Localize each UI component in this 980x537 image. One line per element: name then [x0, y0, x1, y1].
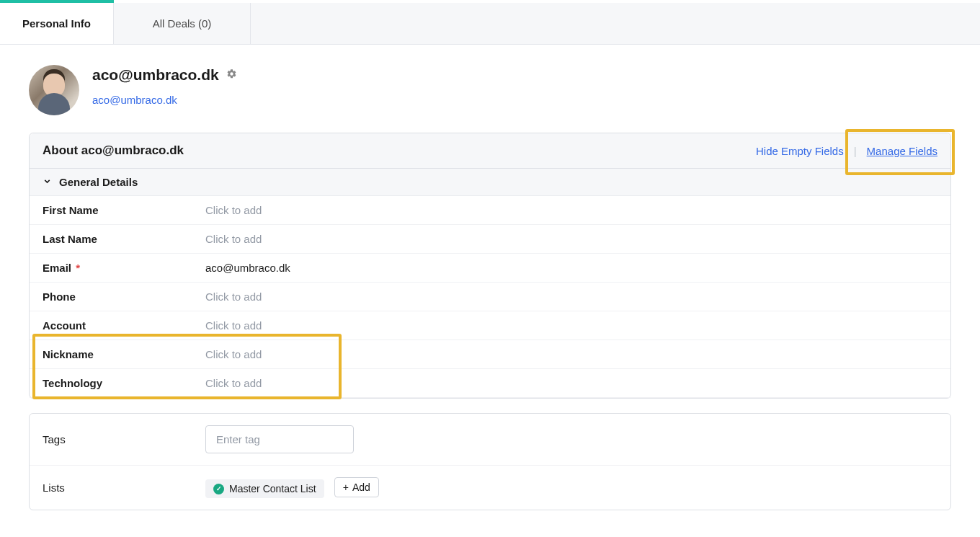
field-row-first-name: First Name Click to add: [30, 196, 950, 225]
tab-all-deals[interactable]: All Deals (0): [114, 3, 251, 44]
field-value-placeholder[interactable]: Click to add: [205, 319, 262, 332]
field-row-phone: Phone Click to add: [30, 283, 950, 311]
section-title: General Details: [59, 176, 138, 188]
lists-label: Lists: [43, 481, 205, 494]
lists-row: Lists ✓ Master Contact List + Add: [30, 466, 950, 510]
field-value[interactable]: aco@umbraco.dk: [205, 262, 290, 274]
about-title: About aco@umbraco.dk: [43, 143, 184, 158]
field-value-placeholder[interactable]: Click to add: [205, 204, 262, 216]
hide-empty-fields-link[interactable]: Hide Empty Fields: [756, 145, 844, 157]
field-row-email: Email * aco@umbraco.dk: [30, 254, 950, 283]
tags-label: Tags: [43, 433, 205, 445]
tags-input[interactable]: [205, 425, 354, 453]
field-label: First Name: [43, 204, 205, 216]
profile-header: aco@umbraco.dk aco@umbraco.dk: [0, 45, 980, 133]
avatar: [29, 65, 79, 115]
manage-fields-link[interactable]: Manage Fields: [867, 145, 937, 157]
profile-email-link[interactable]: aco@umbraco.dk: [92, 94, 237, 106]
required-star-icon: *: [73, 262, 80, 274]
field-row-technology: Technology Click to add: [30, 369, 950, 398]
field-label: Technology: [43, 377, 205, 389]
field-row-last-name: Last Name Click to add: [30, 225, 950, 254]
tab-label: All Deals (0): [153, 17, 212, 30]
general-details-toggle[interactable]: General Details: [30, 169, 950, 196]
check-circle-icon: ✓: [213, 484, 224, 494]
vertical-divider: |: [854, 145, 857, 157]
list-chip-label: Master Contact List: [229, 483, 316, 494]
about-card: About aco@umbraco.dk Hide Empty Fields |…: [29, 133, 951, 399]
field-value-placeholder[interactable]: Click to add: [205, 233, 262, 245]
field-value-placeholder[interactable]: Click to add: [205, 348, 262, 360]
about-card-header: About aco@umbraco.dk Hide Empty Fields |…: [30, 133, 950, 169]
field-row-nickname: Nickname Click to add: [30, 340, 950, 369]
plus-icon: +: [343, 481, 349, 493]
tab-label: Personal Info: [22, 17, 91, 30]
tags-row: Tags: [30, 414, 950, 466]
field-label: Email *: [43, 262, 205, 274]
field-value-placeholder[interactable]: Click to add: [205, 290, 262, 303]
field-label: Phone: [43, 290, 205, 303]
gear-icon[interactable]: [226, 68, 237, 82]
profile-name: aco@umbraco.dk: [92, 66, 219, 84]
add-label: Add: [352, 481, 370, 493]
meta-card: Tags Lists ✓ Master Contact List + Add: [29, 413, 951, 510]
list-chip-master[interactable]: ✓ Master Contact List: [205, 479, 324, 498]
add-list-button[interactable]: + Add: [334, 477, 379, 497]
field-label: Last Name: [43, 233, 205, 245]
field-label: Account: [43, 319, 205, 332]
field-row-account: Account Click to add: [30, 311, 950, 340]
field-value-placeholder[interactable]: Click to add: [205, 377, 262, 389]
field-label: Nickname: [43, 348, 205, 360]
tab-personal-info[interactable]: Personal Info: [0, 3, 114, 44]
tabs-bar: Personal Info All Deals (0): [0, 3, 980, 45]
chevron-down-icon: [43, 177, 52, 188]
